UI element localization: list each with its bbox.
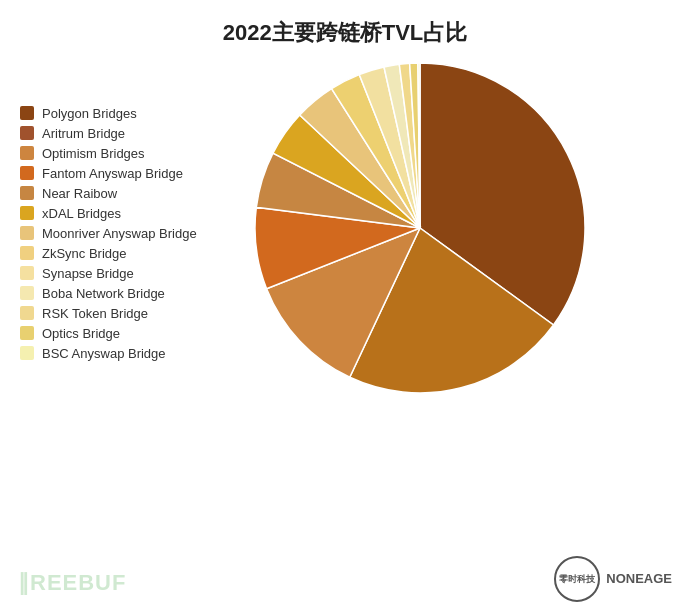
legend-color-swatch [20, 166, 34, 180]
legend-label: Aritrum Bridge [42, 126, 125, 141]
title: 2022主要跨链桥TVL占比 [0, 18, 690, 48]
legend-label: Fantom Anyswap Bridge [42, 166, 183, 181]
legend-item: Synapse Bridge [20, 266, 230, 281]
legend-item: Moonriver Anyswap Bridge [20, 226, 230, 241]
legend-item: Optics Bridge [20, 326, 230, 341]
legend-item: Boba Network Bridge [20, 286, 230, 301]
legend-item: RSK Token Bridge [20, 306, 230, 321]
legend-color-swatch [20, 146, 34, 160]
watermark-left: ‖REEBUF [18, 570, 126, 596]
logo-text: NONEAGE [606, 571, 672, 588]
pie-chart [250, 58, 590, 398]
legend-color-swatch [20, 306, 34, 320]
legend-color-swatch [20, 246, 34, 260]
legend-label: Boba Network Bridge [42, 286, 165, 301]
legend-color-swatch [20, 106, 34, 120]
legend-item: xDAL Bridges [20, 206, 230, 221]
legend-color-swatch [20, 326, 34, 340]
legend-item: Near Raibow [20, 186, 230, 201]
legend-label: Polygon Bridges [42, 106, 137, 121]
legend-color-swatch [20, 186, 34, 200]
legend-item: ZkSync Bridge [20, 246, 230, 261]
watermark-right: 零时科技 NONEAGE [554, 556, 672, 602]
legend-label: xDAL Bridges [42, 206, 121, 221]
legend-item: Optimism Bridges [20, 146, 230, 161]
legend-item: BSC Anyswap Bridge [20, 346, 230, 361]
legend-label: Moonriver Anyswap Bridge [42, 226, 197, 241]
legend-label: Optics Bridge [42, 326, 120, 341]
legend-item: Fantom Anyswap Bridge [20, 166, 230, 181]
legend-label: ZkSync Bridge [42, 246, 127, 261]
legend-color-swatch [20, 126, 34, 140]
legend-color-swatch [20, 346, 34, 360]
legend-color-swatch [20, 286, 34, 300]
legend-color-swatch [20, 266, 34, 280]
logo-icon: 零时科技 [554, 556, 600, 602]
legend-color-swatch [20, 226, 34, 240]
legend-item: Aritrum Bridge [20, 126, 230, 141]
legend-label: Optimism Bridges [42, 146, 145, 161]
legend-label: Synapse Bridge [42, 266, 134, 281]
legend: Polygon BridgesAritrum BridgeOptimism Br… [20, 106, 230, 361]
legend-label: Near Raibow [42, 186, 117, 201]
legend-item: Polygon Bridges [20, 106, 230, 121]
legend-label: BSC Anyswap Bridge [42, 346, 166, 361]
legend-color-swatch [20, 206, 34, 220]
legend-label: RSK Token Bridge [42, 306, 148, 321]
pie-svg [250, 58, 590, 398]
